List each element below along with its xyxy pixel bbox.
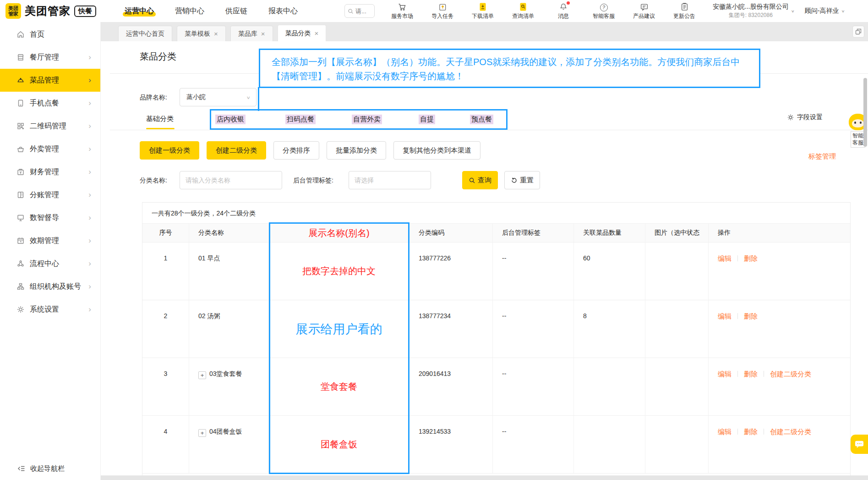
nav-supply-chain[interactable]: 供应链 xyxy=(225,6,247,16)
sidebar-item-takeout-mgmt[interactable]: 外卖管理 › xyxy=(0,138,100,160)
company-switcher[interactable]: 安徽蒸小皖...股份有限公司 集团号: 83202086 ∨ xyxy=(713,3,795,19)
alias-annotation: 堂食套餐 xyxy=(321,381,357,393)
sidebar-item-restaurant-mgmt[interactable]: 餐厅管理 › xyxy=(0,46,100,69)
org-icon xyxy=(16,282,26,291)
download-list-icon xyxy=(479,2,487,11)
sidebar-item-finance-mgmt[interactable]: 财务管理 › xyxy=(0,160,100,183)
create-level2-category-button[interactable]: 创建二级分类 xyxy=(207,141,266,160)
tab-menu-template[interactable]: 菜单模板 × xyxy=(177,26,226,41)
nav-marketing-center[interactable]: 营销中心 xyxy=(175,6,204,16)
global-search-input[interactable] xyxy=(355,8,373,15)
page-title: 菜品分类 xyxy=(140,50,176,63)
sidebar-item-org-accounts[interactable]: 组织机构及账号 › xyxy=(0,275,100,298)
chevron-right-icon: › xyxy=(88,53,91,62)
import-task-icon xyxy=(438,2,447,11)
horizontal-scrollbar[interactable] xyxy=(101,475,868,480)
cell-image xyxy=(645,358,709,415)
category-sort-button[interactable]: 分类排序 xyxy=(273,141,319,160)
tab-list-icon[interactable] xyxy=(852,26,864,38)
copy-category-button[interactable]: 复制其他分类到本渠道 xyxy=(393,141,480,160)
company-name: 安徽蒸小皖...股份有限公司 xyxy=(713,3,789,11)
batch-add-category-button[interactable]: 批量添加分类 xyxy=(327,141,386,160)
tab-operations-home[interactable]: 运营中心首页 xyxy=(118,26,172,41)
tag-manage-link[interactable]: 标签管理 xyxy=(808,152,836,161)
nav-report-center[interactable]: 报表中心 xyxy=(268,6,298,16)
cell-seq: 4 xyxy=(142,416,189,473)
bell-icon xyxy=(559,2,568,11)
tool-query-list[interactable]: 查询清单 xyxy=(508,2,538,20)
tool-product-suggestion[interactable]: 产品建议 xyxy=(629,2,659,20)
expand-icon[interactable]: + xyxy=(198,429,206,437)
edit-link[interactable]: 编辑 xyxy=(718,370,732,378)
chevron-right-icon: › xyxy=(88,305,91,314)
create-sub-category-link[interactable]: 创建二级分类 xyxy=(770,370,811,378)
close-icon[interactable]: × xyxy=(214,30,218,38)
delete-link[interactable]: 删除 xyxy=(744,312,758,320)
create-sub-category-link[interactable]: 创建二级分类 xyxy=(770,428,811,436)
cell-category-name: +03堂食套餐 xyxy=(189,358,269,415)
expand-icon[interactable]: + xyxy=(198,371,206,379)
tool-smart-service[interactable]: ? 智能客服 xyxy=(589,2,618,20)
sidebar-item-ledger-mgmt[interactable]: 分账管理 › xyxy=(0,183,100,206)
backend-tag-select[interactable] xyxy=(349,171,431,189)
logo-icon-text2: 管家 xyxy=(8,11,18,17)
field-settings-button[interactable]: 字段设置 xyxy=(787,113,823,121)
close-icon[interactable]: × xyxy=(315,29,319,37)
cell-display-alias: 团餐盒饭 xyxy=(269,416,409,473)
edit-link[interactable]: 编辑 xyxy=(718,254,732,262)
tool-import-task[interactable]: 导入任务 xyxy=(428,2,457,20)
vertical-scrollbar-thumb[interactable] xyxy=(863,78,867,147)
sidebar-item-mobile-order[interactable]: 手机点餐 › xyxy=(0,92,100,115)
channel-tab-base[interactable]: 基础分类 xyxy=(146,115,174,123)
chevron-right-icon: › xyxy=(88,213,91,222)
sidebar-item-smart-supervision[interactable]: 数智督导 › xyxy=(0,206,100,229)
sidebar-item-expiry-mgmt[interactable]: 效期管理 › xyxy=(0,229,100,252)
supervise-icon xyxy=(16,214,26,222)
mascot-eye xyxy=(854,121,856,124)
reset-button[interactable]: 重置 xyxy=(504,171,540,189)
sidebar-item-workflow-center[interactable]: 流程中心 › xyxy=(0,252,100,275)
tool-messages[interactable]: 消息 xyxy=(549,2,578,20)
edit-link[interactable]: 编辑 xyxy=(718,312,732,320)
cell-seq: 2 xyxy=(142,300,189,358)
nav-operations-center[interactable]: 运营中心 xyxy=(125,6,154,16)
sidebar-item-home[interactable]: 首页 xyxy=(0,23,100,46)
tab-dish-library[interactable]: 菜品库 × xyxy=(230,26,273,41)
tool-service-market[interactable]: 服务市场 xyxy=(388,2,417,20)
edit-link[interactable]: 编辑 xyxy=(718,428,732,436)
brand-select[interactable]: 蒸小皖 ∨ xyxy=(180,88,257,106)
create-level1-category-button[interactable]: 创建一级分类 xyxy=(140,141,199,160)
sidebar-item-dish-mgmt[interactable]: 菜品管理 › xyxy=(0,69,100,92)
mascot-eye xyxy=(860,121,862,124)
reset-icon xyxy=(511,177,518,184)
workflow-icon xyxy=(16,259,26,268)
category-name-input[interactable] xyxy=(180,171,282,189)
chevron-right-icon: › xyxy=(88,76,91,85)
category-name-label: 分类名称: xyxy=(140,177,167,185)
delete-link[interactable]: 删除 xyxy=(744,428,758,436)
cell-backend-tag: -- xyxy=(493,358,574,415)
global-search-box[interactable] xyxy=(344,4,375,18)
tool-download-list[interactable]: 下载清单 xyxy=(468,2,497,20)
question-glyph: ? xyxy=(602,5,605,10)
cell-dish-count: 60 xyxy=(574,243,645,300)
tab-dish-category[interactable]: 菜品分类 × xyxy=(278,25,327,41)
col-header-category-name: 分类名称 xyxy=(189,224,269,242)
top-nav: 运营中心 营销中心 供应链 报表中心 xyxy=(125,6,298,16)
sidebar-item-qrcode-mgmt[interactable]: 二维码管理 › xyxy=(0,115,100,138)
search-button[interactable]: 查询 xyxy=(462,171,498,189)
category-table-card: 一共有28个一级分类，24个二级分类 序号 分类名称 展示名称(别名) 分类编码… xyxy=(142,202,851,476)
user-menu[interactable]: 顾问-高祥业∨ xyxy=(805,7,845,15)
delete-link[interactable]: 删除 xyxy=(744,254,758,262)
cell-seq: 3 xyxy=(142,358,189,415)
sidebar: 首页 餐厅管理 › 菜品管理 › 手机点餐 › 二维码管理 › 外卖管理 › xyxy=(0,22,101,480)
sidebar-item-system-settings[interactable]: 系统设置 › xyxy=(0,298,100,321)
chat-bubble-button[interactable] xyxy=(851,435,868,454)
collapse-nav-button[interactable]: 收起导航栏 xyxy=(0,461,101,476)
cell-actions: 编辑删除 xyxy=(709,243,850,300)
delete-link[interactable]: 删除 xyxy=(744,370,758,378)
app-logo[interactable]: 美团 管家 美团管家 快餐 xyxy=(5,3,96,19)
tool-update-announcement[interactable]: 更新公告 xyxy=(670,2,699,20)
table-row: 1 01 早点 把数字去掉的中文 138777226 -- 60 编辑删除 xyxy=(142,243,850,300)
close-icon[interactable]: × xyxy=(261,30,265,38)
